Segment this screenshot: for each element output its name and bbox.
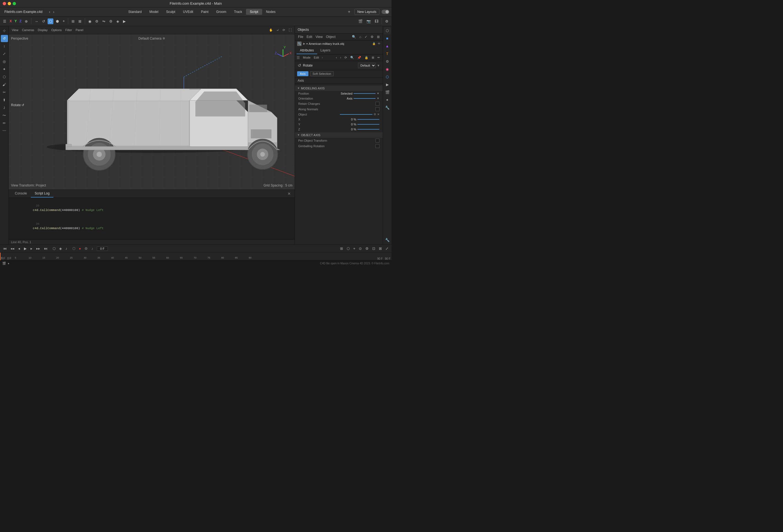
ri-text-icon[interactable]: T	[384, 50, 391, 58]
timeline-to-end-btn[interactable]: ⏭	[43, 246, 49, 251]
tl-snap-btn[interactable]: ⊞	[339, 246, 344, 251]
viewport-cameras-btn[interactable]: Cameras	[21, 28, 36, 32]
object-field-icon[interactable]: ⚙	[374, 113, 376, 116]
z-slider[interactable]	[357, 129, 379, 130]
expand-btn[interactable]: ⊞	[376, 34, 381, 39]
object-lock-icon[interactable]: 🔒	[372, 42, 376, 45]
ri-objects-icon[interactable]: ⬡	[384, 27, 391, 34]
animate-button[interactable]: ▶	[122, 19, 127, 24]
orientation-slider[interactable]	[353, 98, 376, 99]
sidebar-select-icon[interactable]: ⊹	[1, 27, 8, 34]
render-button[interactable]: ⚙	[94, 19, 100, 24]
file-name[interactable]: FileInfo.com Example.c4d	[2, 9, 44, 15]
along-normals-checkbox[interactable]	[376, 107, 379, 111]
sidebar-paint-icon[interactable]: 🖌	[1, 81, 8, 88]
z-axis-label[interactable]: Z	[19, 19, 22, 23]
search-objects-btn[interactable]: 🔍	[350, 34, 357, 39]
tab-nodes[interactable]: Nodes	[262, 9, 280, 15]
key-record-btn[interactable]: ⬡	[51, 246, 57, 251]
tl-loop-btn[interactable]: ⊠	[377, 246, 383, 251]
back-button[interactable]: ‹	[48, 9, 52, 14]
minimize-button[interactable]	[8, 2, 11, 5]
sidebar-knife-icon[interactable]: ✂	[1, 89, 8, 96]
tl-expand-btn[interactable]: ⤢	[384, 246, 390, 251]
attrs-edit2-btn[interactable]: ✏	[376, 55, 381, 60]
attrs-mode-btn[interactable]: Mode	[302, 55, 312, 60]
tab-model[interactable]: Model	[146, 9, 162, 15]
sidebar-spline-icon[interactable]: 〜	[1, 112, 8, 119]
object-field[interactable]	[340, 114, 373, 115]
orientation-dropdown-icon[interactable]: ▼	[377, 97, 379, 100]
tab-paint[interactable]: Paint	[197, 9, 212, 15]
attrs-expand-icon[interactable]: ›	[322, 56, 323, 59]
objects-object-btn[interactable]: Object	[325, 34, 337, 39]
motion-clip-btn[interactable]: ⚙	[83, 246, 89, 251]
tab-layers[interactable]: Layers	[317, 47, 334, 54]
tl-key-btn[interactable]: ⬡	[345, 246, 351, 251]
attrs-search-btn[interactable]: 🔍	[349, 55, 355, 60]
object-item-truck[interactable]: 🔧 ▶ ● American military truck.obj 🔒 👁	[295, 40, 383, 47]
viewport-view-btn[interactable]: View	[10, 28, 20, 32]
viewport-panel-btn[interactable]: Panel	[74, 28, 85, 32]
rotate-tool-button[interactable]: ↺	[41, 19, 46, 24]
timeline-play-btn[interactable]: ▶	[23, 246, 28, 251]
select-button[interactable]: ⬢	[55, 19, 60, 24]
deform-button[interactable]: ◈	[115, 19, 121, 24]
mirror-button[interactable]: ⇋	[101, 19, 107, 24]
x-axis-label[interactable]: X	[9, 19, 13, 23]
ri-settings2-icon[interactable]: ⚙	[384, 58, 391, 65]
key-auto-btn[interactable]: ◈	[58, 246, 63, 251]
sidebar-move-icon[interactable]: ↕	[1, 43, 8, 50]
lock-button[interactable]: ◉	[87, 19, 93, 24]
snap-button[interactable]: ⌖	[61, 18, 66, 24]
viewport-fullscreen-icon[interactable]: ⛶	[287, 28, 293, 32]
hamburger-attrs-icon[interactable]: ☰	[296, 56, 300, 60]
layout-toggle[interactable]	[382, 10, 389, 14]
timeline-to-start-btn[interactable]: ⏮	[2, 246, 8, 251]
timeline-next-key-btn[interactable]: ▸▸	[35, 246, 41, 251]
sidebar-rotate-icon[interactable]: ↺	[1, 35, 8, 42]
ri-material-icon[interactable]: ◉	[384, 66, 391, 73]
object-expand-arrow[interactable]: ▶	[303, 42, 305, 45]
viewport-reset-icon[interactable]: ⟳	[281, 28, 286, 32]
transform-button[interactable]: ⊞	[70, 19, 76, 24]
render-anim-button[interactable]: 🎞	[373, 19, 380, 24]
timeline-next-frame-btn[interactable]: ▸	[29, 246, 34, 251]
close-script-button[interactable]: ✕	[286, 190, 292, 197]
attrs-pin-btn[interactable]: 📌	[356, 55, 362, 60]
modeling-axis-header[interactable]: ▼ MODELING AXIS	[295, 86, 383, 91]
tab-console[interactable]: Console	[11, 190, 31, 197]
maximize-button[interactable]	[13, 2, 16, 5]
object-axis-header[interactable]: ▼ OBJECT AXIS	[295, 132, 383, 138]
sidebar-sketch-icon[interactable]: 〰	[1, 127, 8, 134]
pivot-button[interactable]: ⊠	[77, 19, 83, 24]
objects-file-btn[interactable]: File	[296, 34, 305, 39]
options-button[interactable]: ⚙	[384, 19, 390, 24]
per-object-transform-checkbox[interactable]	[376, 138, 379, 143]
ri-anim-icon[interactable]: ▶	[384, 81, 391, 88]
attrs-lock-btn[interactable]: 🔒	[364, 55, 370, 60]
render-frame-button[interactable]: 📷	[365, 19, 372, 24]
ri-stage-icon[interactable]: 🎬	[384, 89, 391, 96]
new-layouts-button[interactable]: New Layouts	[354, 9, 379, 15]
world-space-button[interactable]: ⊕	[23, 19, 29, 24]
y-axis-label[interactable]: Y	[14, 19, 18, 23]
y-slider[interactable]	[357, 124, 379, 125]
attrs-back-btn[interactable]: ‹	[335, 55, 338, 60]
sidebar-scale-icon[interactable]: ⤢	[1, 50, 8, 58]
tl-preview-btn[interactable]: ⚙	[364, 246, 370, 251]
position-slider[interactable]	[353, 93, 376, 94]
ri-cube-icon[interactable]: ■	[384, 35, 391, 42]
viewport-orbit-icon[interactable]: ⤾	[275, 28, 280, 32]
tl-graph-btn[interactable]: ⌖	[352, 246, 356, 251]
mesh-button[interactable]: ⚙	[108, 19, 114, 24]
object-field-icon2[interactable]: ✕	[377, 113, 379, 116]
tab-standard[interactable]: Standard	[124, 9, 146, 15]
timeline-prev-key-btn[interactable]: ◂◂	[9, 246, 16, 251]
hamburger-menu-button[interactable]: ☰	[2, 19, 8, 24]
sidebar-extrude-icon[interactable]: ⬆	[1, 97, 8, 104]
tab-groom[interactable]: Groom	[212, 9, 230, 15]
forward-button[interactable]: ›	[52, 9, 56, 14]
objects-edit-btn[interactable]: Edit	[305, 34, 314, 39]
tab-sculpt[interactable]: Sculpt	[162, 9, 179, 15]
